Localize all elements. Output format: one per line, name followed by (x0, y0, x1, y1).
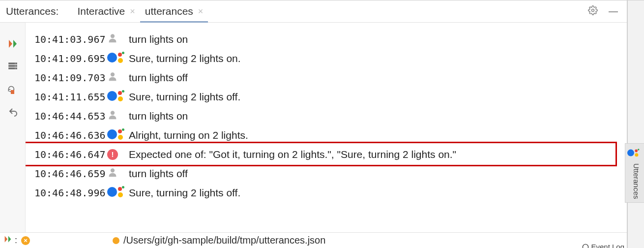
assistant-icon (627, 149, 640, 158)
log-message: turn lights off (129, 168, 188, 180)
log-row[interactable]: 10:46:46.647!Expected one of: "Got it, t… (34, 145, 618, 164)
user-icon (107, 109, 129, 123)
minimize-icon[interactable]: — (606, 6, 621, 17)
event-log-label: Event Log (591, 243, 624, 248)
log-row[interactable]: 10:41:11.655Sure, turning 2 lights off. (34, 87, 618, 106)
user-icon (107, 71, 129, 84)
svg-marker-13 (5, 236, 8, 243)
timestamp: 10:41:11.655 (34, 91, 107, 103)
tab-interactive[interactable]: Interactive × (72, 0, 140, 22)
log-message: Expected one of: "Got it, turning on 2 l… (129, 149, 456, 160)
footer-path: /Users/git/gh-sample/build/tmp/utterance… (123, 235, 325, 246)
log-message: Sure, turning 2 lights off. (129, 187, 240, 199)
log-row[interactable]: 10:46:48.996Sure, turning 2 lights off. (34, 183, 618, 202)
timestamp: 10:46:44.653 (34, 110, 107, 122)
log-message: turn lights off (129, 72, 188, 84)
footer-bar: : × /Users/git/gh-sample/build/tmp/utter… (0, 232, 627, 248)
tab-utterances[interactable]: utterances × (140, 0, 208, 22)
timestamp: 10:41:03.967 (34, 33, 107, 45)
assistant-icon (107, 90, 129, 104)
close-icon[interactable]: × (198, 7, 204, 16)
timestamp: 10:46:46.659 (34, 168, 107, 180)
svg-point-12 (111, 168, 115, 172)
undo-icon[interactable] (7, 106, 18, 117)
log-message: Sure, turning 2 lights on. (129, 53, 241, 64)
svg-marker-1 (9, 40, 12, 48)
resume-icon[interactable] (4, 235, 12, 246)
svg-point-9 (111, 34, 115, 38)
svg-rect-5 (9, 68, 15, 69)
svg-point-10 (111, 72, 115, 76)
tab-label: utterances (145, 5, 193, 17)
log-message: turn lights on (129, 110, 188, 122)
assistant-icon (107, 52, 129, 65)
svg-rect-3 (9, 63, 15, 64)
log-row[interactable]: 10:46:46.636Alright, turning on 2 lights… (34, 125, 618, 145)
log-row[interactable]: 10:41:03.967turn lights on (34, 30, 618, 49)
log-message: Alright, turning on 2 lights. (129, 129, 248, 141)
log-message: Sure, turning 2 lights off. (129, 91, 240, 103)
user-icon (107, 32, 129, 46)
log-row[interactable]: 10:46:44.653turn lights on (34, 106, 618, 125)
panel-header: Utterances: Interactive × utterances × — (0, 0, 627, 23)
list-icon[interactable] (7, 61, 18, 72)
timestamp: 10:41:09.703 (34, 72, 107, 84)
footer-prefix: : (15, 235, 17, 246)
assistant-icon (107, 186, 129, 200)
status-dot-icon (113, 237, 119, 244)
log-row[interactable]: 10:41:09.695Sure, turning 2 lights on. (34, 49, 618, 68)
right-rail-tab-label: Utterances (632, 163, 641, 199)
toolbar-gutter (0, 23, 26, 232)
right-rail-tab-utterances[interactable]: Utterances (625, 143, 644, 203)
svg-rect-7 (16, 65, 17, 66)
log-row[interactable]: 10:41:09.703turn lights off (34, 68, 618, 87)
timestamp: 10:41:09.695 (34, 53, 107, 64)
svg-point-0 (592, 9, 594, 11)
svg-marker-2 (13, 40, 17, 48)
right-rail: Utterances (627, 0, 644, 248)
assistant-icon (107, 128, 129, 142)
gear-icon[interactable] (588, 5, 598, 18)
log-area: 10:41:03.967turn lights on10:41:09.695Su… (26, 23, 627, 232)
panel-title: Utterances: (6, 5, 59, 17)
svg-marker-14 (8, 236, 11, 243)
log-message: turn lights on (129, 33, 188, 45)
tab-label: Interactive (77, 5, 125, 17)
log-row[interactable]: 10:46:46.659turn lights off (34, 164, 618, 183)
svg-point-11 (111, 111, 115, 115)
svg-rect-6 (16, 63, 17, 64)
svg-point-15 (583, 244, 588, 248)
svg-rect-8 (16, 68, 17, 69)
rerun-icon[interactable] (7, 84, 18, 94)
timestamp: 10:46:46.647 (34, 149, 107, 160)
timestamp: 10:46:48.996 (34, 187, 107, 199)
timestamp: 10:46:46.636 (34, 129, 107, 141)
warning-icon: × (21, 236, 30, 245)
user-icon (107, 167, 129, 180)
resume-icon[interactable] (7, 38, 18, 49)
close-icon[interactable]: × (130, 7, 135, 16)
event-log-button[interactable]: Event Log (582, 243, 624, 248)
svg-rect-4 (9, 65, 15, 66)
error-icon: ! (107, 149, 129, 160)
